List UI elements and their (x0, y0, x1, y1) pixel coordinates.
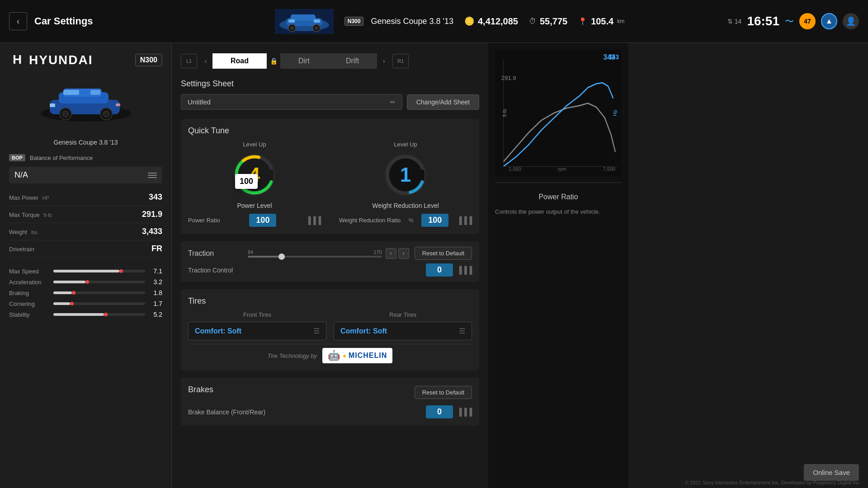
drivetrain-label: Drivetrain (9, 246, 34, 253)
michelin-text-group: ● MICHELIN (343, 352, 387, 360)
credits-icon: 🪙 (464, 16, 474, 26)
traction-reset-button[interactable]: Reset to Default (415, 247, 472, 260)
main-content: L1 ‹ Road 🔒 Dirt Drift › R1 Settings She… (172, 43, 868, 488)
braking-fill (53, 291, 72, 294)
max-speed-perf: Max Speed 7.1 (9, 267, 162, 275)
speed-value: 55,775 (540, 16, 567, 27)
front-tire-selector[interactable]: Comfort: Soft ☰ (188, 322, 326, 340)
tab-drift[interactable]: Drift (328, 53, 377, 69)
acceleration-perf: Acceleration 3.2 (9, 278, 162, 286)
weight-level-label: Weight Reduction Level (372, 202, 439, 209)
svg-point-7 (315, 26, 318, 30)
rear-tire-selector[interactable]: Comfort: Soft ☰ (334, 322, 472, 340)
cornering-val: 1.7 (149, 300, 162, 307)
traction-control-value[interactable]: 0 (426, 263, 453, 277)
tab-dirt[interactable]: Dirt (280, 53, 328, 69)
acceleration-fill (53, 281, 85, 283)
top-bar: ‹ Car Settings N300 Genesis Coupe 3.8 '1… (0, 0, 868, 43)
brake-balance-row: Brake Balance (Front/Rear) 0 ▐▐▐ (188, 405, 472, 418)
brakes-header: Brakes Reset to Default (188, 385, 472, 400)
change-sheet-button[interactable]: Change/Add Sheet (407, 94, 479, 110)
traction-section: Traction 84 170 ‹ › (181, 241, 479, 282)
weight-row: Weight lbs. 3,433 (9, 223, 162, 240)
traction-control-bar-icon: ▐▐▐ (457, 266, 472, 274)
tab-next-arrow[interactable]: › (377, 52, 391, 70)
michelin-label: Tire Technology by (268, 352, 317, 359)
notification-count: ⇅ 14 (727, 18, 741, 25)
acceleration-bar (53, 281, 145, 283)
profile-icon[interactable]: 👤 (843, 13, 859, 29)
tab-right-tag: R1 (392, 54, 409, 68)
footer-copyright: © 2021 Sony Interactive Entertainment In… (678, 477, 868, 488)
stability-fill (53, 313, 104, 316)
max-power-unit: HP (42, 195, 49, 201)
brake-balance-value[interactable]: 0 (426, 405, 453, 418)
sheet-input[interactable]: Untitled ✏ (181, 94, 402, 110)
stability-val: 5.2 (149, 311, 162, 318)
front-tire-menu-icon: ☰ (313, 327, 320, 335)
max-torque-row: Max Torque ft-lb 291.9 (9, 206, 162, 223)
power-level-label: Power Level (237, 202, 272, 209)
chart-343-label: 343 (609, 53, 619, 61)
chart-x-max: 7,500 (603, 166, 615, 172)
brakes-reset-button[interactable]: Reset to Default (415, 386, 472, 399)
credits-value: 4,412,085 (478, 16, 518, 27)
weight-ratio-pct: % (409, 217, 414, 224)
chart-divider (495, 183, 622, 183)
traction-control-row: Traction Control 0 ▐▐▐ (188, 263, 472, 277)
weight-ratio-value[interactable]: 100 (421, 214, 448, 227)
bop-section: BOP Balance of Performance (9, 154, 162, 161)
slider-thumb[interactable] (278, 253, 285, 260)
back-button[interactable]: ‹ (9, 12, 27, 30)
max-speed-fill (53, 270, 119, 272)
tab-prev-arrow[interactable]: ‹ (199, 52, 212, 70)
top-bar-left: ‹ Car Settings (0, 12, 172, 30)
chart-left-value: 291.9 (501, 75, 516, 81)
tab-lock-icon: 🔒 (267, 52, 280, 70)
drivetrain-value: FR (151, 244, 162, 253)
menu-bars-icon[interactable] (148, 173, 157, 178)
traction-control-label: Traction Control (188, 267, 233, 274)
drivetrain-row: Drivetrain FR (9, 240, 162, 258)
top-bar-right: ⇅ 14 16:51 〜 47 ▲ 👤 (727, 13, 868, 29)
slider-right-arrow[interactable]: › (398, 248, 409, 259)
max-torque-value: 291.9 (142, 210, 162, 219)
rear-tires-label: Rear Tires (334, 311, 472, 318)
max-speed-bar (53, 270, 145, 272)
chart-container: 343 291.9 343 ft·lb Hp 1,000 rpm 7,500 (495, 50, 622, 176)
brakes-title: Brakes (188, 385, 213, 394)
max-power-label: Max Power (9, 194, 38, 201)
slider-left-arrow[interactable]: ‹ (386, 248, 396, 259)
top-stats: 🪙 4,412,085 ⏱ 55,775 📍 105.4 km (464, 16, 624, 27)
traction-slider[interactable]: 84 170 (248, 249, 382, 258)
slider-arrows: ‹ › (386, 248, 409, 259)
car-full-name: Genesis Coupe 3.8 '13 (371, 17, 453, 26)
slider-track (248, 256, 382, 258)
braking-perf-label: Braking (9, 290, 50, 296)
stability-perf: Stability 5.2 (9, 311, 162, 318)
bop-badge: BOP (9, 154, 25, 161)
weight-dial[interactable]: 1 (383, 152, 428, 197)
svg-point-20 (62, 111, 69, 117)
power-ratio-value[interactable]: 100 (249, 214, 276, 227)
tab-road[interactable]: Road (212, 53, 267, 69)
braking-perf: Braking 1.8 (9, 289, 162, 296)
slider-max: 170 (373, 249, 382, 255)
svg-rect-17 (63, 90, 79, 95)
max-torque-unit: ft-lb (43, 212, 52, 218)
michelin-man-icon: 🤖 (328, 350, 340, 361)
rear-tire-menu-icon: ☰ (459, 327, 465, 335)
chart-x-labels: 1,000 rpm 7,500 (509, 166, 615, 172)
car-info: N300 Genesis Coupe 3.8 '13 (344, 17, 453, 26)
stability-dot (104, 313, 108, 316)
max-speed-dot (119, 269, 123, 273)
weight-ratio-bar-icon: ▐▐▐ (457, 216, 472, 225)
n-tag: N300 (344, 17, 364, 26)
power-dial[interactable]: 4 (232, 152, 277, 197)
mode-badge[interactable]: ▲ (821, 13, 837, 29)
front-tires-column: Front Tires Comfort: Soft ☰ (188, 311, 326, 340)
slider-min: 84 (248, 249, 253, 255)
power-ratio-bar-icon: ▐▐▐ (306, 216, 321, 225)
weight-label: Weight (9, 229, 27, 235)
rear-tires-column: Rear Tires Comfort: Soft ☰ (334, 311, 472, 340)
